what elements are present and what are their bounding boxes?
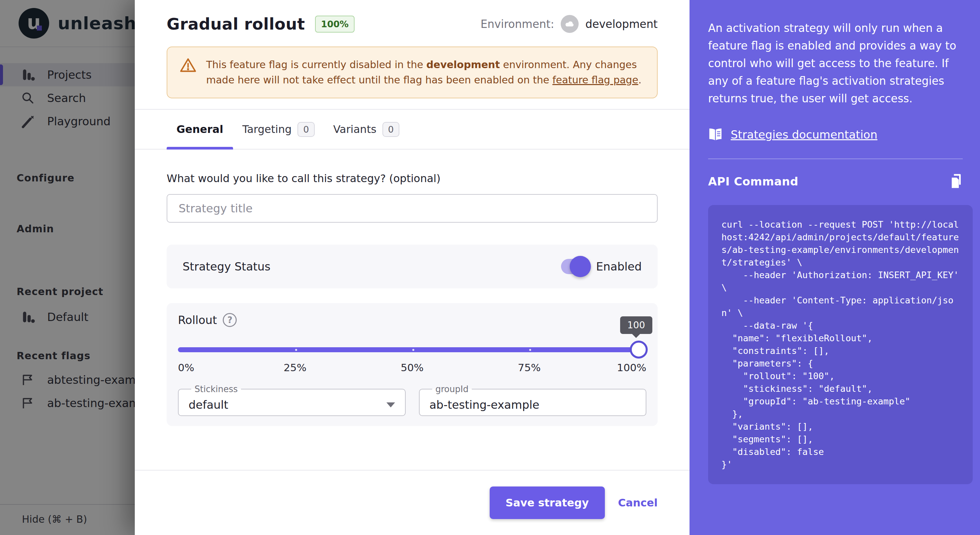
- warning-text-pre: This feature flag is currently disabled …: [206, 59, 426, 70]
- tooltip-caret: [632, 333, 641, 338]
- strategy-status-value: Enabled: [596, 260, 642, 273]
- groupid-label: groupId: [432, 384, 472, 394]
- tick-label: 25%: [283, 361, 306, 374]
- api-command-title: API Command: [708, 175, 799, 188]
- strategies-docs-link[interactable]: Strategies documentation: [731, 128, 877, 141]
- environment-value: development: [585, 18, 658, 30]
- strategy-status-card: Strategy Status Enabled: [167, 244, 658, 288]
- save-strategy-button[interactable]: Save strategy: [490, 487, 605, 519]
- tab-label: Targeting: [242, 123, 291, 136]
- warning-banner: This feature flag is currently disabled …: [167, 46, 658, 98]
- stickiness-label: Stickiness: [191, 384, 241, 394]
- slider-thumb[interactable]: [630, 340, 648, 359]
- feature-flag-page-link[interactable]: feature flag page: [552, 74, 638, 86]
- tab-variants[interactable]: Variants 0: [324, 110, 409, 149]
- copy-icon[interactable]: [950, 174, 963, 189]
- book-icon: [708, 128, 723, 141]
- tab-count-badge: 0: [298, 122, 314, 137]
- strategy-form-panel: Gradual rollout 100% Environment: develo…: [135, 0, 689, 535]
- drawer-header: Gradual rollout 100% Environment: develo…: [167, 14, 658, 33]
- stickiness-select[interactable]: Stickiness default: [178, 384, 406, 416]
- backdrop-overlay[interactable]: [0, 0, 135, 535]
- drawer-footer: Save strategy Cancel: [135, 470, 689, 535]
- environment-label: Environment:: [480, 18, 554, 30]
- general-tab-content: What would you like to call this strateg…: [167, 150, 658, 535]
- slider-tick: [412, 349, 414, 351]
- warning-env-bold: development: [426, 59, 500, 70]
- api-command-code: curl --location --request POST 'http://l…: [708, 205, 973, 484]
- cloud-icon: [561, 15, 579, 33]
- tick-label: 100%: [617, 361, 646, 374]
- strategy-description: An activation strategy will only run whe…: [708, 19, 963, 107]
- active-tab-indicator: [167, 147, 233, 150]
- tab-bar: General Targeting 0 Variants 0: [135, 110, 689, 150]
- tab-general[interactable]: General: [167, 110, 233, 149]
- tab-label: General: [177, 123, 223, 136]
- strategy-status-toggle[interactable]: [561, 259, 589, 274]
- tab-label: Variants: [333, 123, 377, 136]
- warning-triangle-icon: [180, 57, 196, 73]
- rollout-slider[interactable]: 100: [178, 340, 646, 359]
- tick-label: 0%: [178, 361, 194, 374]
- dropdown-arrow-icon: [387, 402, 395, 407]
- rollout-label: Rollout: [178, 313, 217, 327]
- strategy-title-question: What would you like to call this strateg…: [167, 172, 658, 185]
- stickiness-value: default: [189, 398, 387, 411]
- slider-value-tooltip: 100: [620, 316, 652, 334]
- slider-tick: [295, 349, 297, 351]
- toggle-knob: [570, 256, 591, 277]
- warning-text: This feature flag is currently disabled …: [206, 57, 644, 88]
- environment-indicator: Environment: development: [480, 15, 658, 33]
- strategy-drawer: Gradual rollout 100% Environment: develo…: [135, 0, 980, 535]
- tab-count-badge: 0: [382, 122, 399, 137]
- strategy-help-panel: An activation strategy will only run whe…: [689, 0, 980, 535]
- help-icon[interactable]: ?: [223, 313, 237, 327]
- warning-text-post: .: [638, 74, 642, 86]
- groupid-field: groupId: [419, 384, 647, 416]
- strategy-status-label: Strategy Status: [183, 260, 270, 273]
- slider-value: 100: [627, 320, 645, 331]
- rollout-percentage-badge: 100%: [315, 16, 355, 33]
- strategy-title-input[interactable]: [167, 194, 658, 223]
- tab-targeting[interactable]: Targeting 0: [233, 110, 324, 149]
- slider-tick-labels: 0% 25% 50% 75% 100%: [178, 361, 646, 375]
- page-title: Gradual rollout: [167, 14, 305, 33]
- tick-label: 75%: [518, 361, 541, 374]
- rollout-card: Rollout ? 100 0% 25% 50%: [167, 303, 658, 426]
- tick-label: 50%: [401, 361, 423, 374]
- cancel-button[interactable]: Cancel: [618, 497, 658, 509]
- help-panel-divider: [708, 158, 963, 159]
- groupid-input[interactable]: [430, 398, 636, 411]
